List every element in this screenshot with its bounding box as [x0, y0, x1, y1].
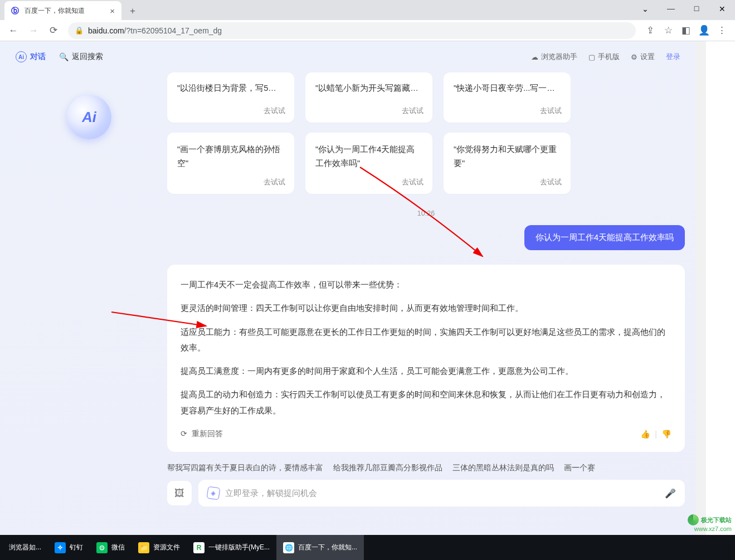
- ai-icon: Ai: [16, 51, 27, 62]
- forward-button: →: [25, 22, 42, 40]
- try-link[interactable]: 去试试: [264, 177, 285, 187]
- watermark: 极光下载站 www.xz7.com: [659, 513, 732, 533]
- user-message-row: 你认为一周工作4天能提高工作效率吗: [167, 225, 685, 250]
- suggestion-chip[interactable]: 给我推荐几部豆瓣高分影视作品: [333, 463, 442, 473]
- reply-paragraph: 一周工作4天不一定会提高工作效率，但可以带来一些优势：: [181, 277, 671, 293]
- baidu-favicon: ⓑ: [11, 6, 20, 15]
- upload-button[interactable]: 🖼: [167, 481, 192, 505]
- prompt-text: "画一个赛博朋克风格的孙悟空": [177, 143, 284, 170]
- maximize-button[interactable]: □: [684, 0, 709, 18]
- taskbar-item[interactable]: ⊙微信: [90, 535, 132, 560]
- try-link[interactable]: 去试试: [264, 106, 285, 116]
- reply-paragraph: 更灵活的时间管理：四天工作制可以让你更自由地安排时间，从而更有效地管理时间和工作…: [181, 300, 671, 316]
- close-window-button[interactable]: ✕: [709, 0, 735, 18]
- scrollbar-gutter[interactable]: [696, 41, 706, 535]
- microphone-icon[interactable]: 🎤: [665, 488, 676, 499]
- wechat-icon: ⊙: [96, 542, 108, 553]
- prompt-card[interactable]: "快递小哥日夜辛劳...写一篇感谢 去试试: [444, 72, 571, 123]
- browser-toolbar: ← → ⟳ 🔒 baidu.com/?tn=62095104_17_oem_dg…: [0, 20, 735, 41]
- try-link[interactable]: 去试试: [402, 106, 424, 116]
- reply-paragraph: 提高员工的动力和创造力：实行四天工作制可以使员工有更多的时间和空间来休息和恢复，…: [181, 387, 671, 418]
- reload-button[interactable]: ⟳: [45, 22, 62, 40]
- prompt-text: "以沿街楼日为背景，写5篇关于防晒霜的广告...: [177, 81, 284, 95]
- taskbar-item[interactable]: R一键排版助手(MyE...: [187, 535, 276, 560]
- app-icon: R: [193, 542, 205, 553]
- user-message-bubble: 你认为一周工作4天能提高工作效率吗: [524, 225, 685, 250]
- reply-paragraph: 提高员工满意度：一周内有更多的时间用于家庭和个人生活，员工可能会更满意工作，更愿…: [181, 363, 671, 379]
- prompt-row-1: "以沿街楼日为背景，写5篇关于防晒霜的广告... 去试试 "以蜡笔小新为开头写篇…: [167, 72, 685, 123]
- ai-avatar: Ai: [67, 95, 111, 139]
- nav-back-search[interactable]: 🔍 返回搜索: [59, 52, 103, 62]
- tab-title: 百度一下，你就知道: [25, 6, 85, 16]
- try-link[interactable]: 去试试: [402, 177, 424, 187]
- prompt-text: "快递小哥日夜辛劳...写一篇感谢: [454, 81, 561, 95]
- nav-back-search-label: 返回搜索: [72, 52, 103, 62]
- browser-tab[interactable]: ⓑ 百度一下，你就知道 ×: [4, 1, 121, 20]
- retry-label: 重新回答: [192, 427, 223, 441]
- dingtalk-icon: ✧: [55, 542, 66, 553]
- bookmark-icon[interactable]: ☆: [659, 22, 677, 40]
- refresh-icon: ⟳: [181, 427, 187, 441]
- share-icon[interactable]: ⇪: [641, 22, 659, 40]
- cloud-icon: ☁: [531, 53, 538, 61]
- folder-icon: 📁: [138, 542, 149, 553]
- site-header: Ai 对话 🔍 返回搜索 ☁浏览器助手 ▢手机版 ⚙设置 登录: [0, 41, 696, 72]
- windows-taskbar: 浏览器如... ✧钉钉 ⊙微信 📁资源文件 R一键排版助手(MyE... 🌐百度…: [0, 535, 735, 560]
- separator: |: [655, 426, 657, 442]
- input-placeholder: 立即登录，解锁提问机会: [225, 488, 317, 499]
- sidebar: Ai: [11, 72, 167, 535]
- chrome-icon: 🌐: [283, 542, 294, 553]
- prompt-card[interactable]: "以蜡笔小新为开头写篇藏头诗" 去试试: [305, 72, 432, 123]
- new-tab-button[interactable]: +: [125, 3, 140, 19]
- mobile-icon: ▢: [588, 53, 595, 61]
- nav-chat[interactable]: Ai 对话: [16, 51, 46, 62]
- back-button[interactable]: ←: [4, 22, 22, 40]
- reply-paragraph: 适应员工能力：有些员工可能更愿意在更长的工作日工作更短的时间，实施四天工作制可以…: [181, 324, 671, 356]
- taskbar-item[interactable]: 📁资源文件: [132, 535, 187, 560]
- nav-login[interactable]: 登录: [666, 52, 680, 62]
- address-bar[interactable]: 🔒 baidu.com/?tn=62095104_17_oem_dg: [68, 22, 636, 39]
- search-icon: 🔍: [59, 52, 69, 61]
- try-link[interactable]: 去试试: [540, 106, 562, 116]
- prompt-card[interactable]: "你认为一周工作4天能提高工作效率吗" 去试试: [305, 133, 432, 194]
- try-link[interactable]: 去试试: [540, 177, 562, 187]
- retry-button[interactable]: ⟳ 重新回答: [181, 427, 223, 441]
- page-content: Ai 对话 🔍 返回搜索 ☁浏览器助手 ▢手机版 ⚙设置 登录 Ai "以沿街楼…: [0, 41, 696, 535]
- dropdown-icon[interactable]: ⌄: [632, 0, 658, 18]
- lock-icon: 🔒: [75, 26, 84, 35]
- suggestion-chip[interactable]: 三体的黑暗丛林法则是真的吗: [452, 463, 554, 473]
- prompt-text: "以蜡笔小新为开头写篇藏头诗": [315, 81, 422, 95]
- tab-strip: ⓑ 百度一下，你就知道 × +: [0, 0, 735, 20]
- image-icon: 🖼: [174, 488, 184, 499]
- watermark-logo: [688, 514, 699, 525]
- chat-column: "以沿街楼日为背景，写5篇关于防晒霜的广告... 去试试 "以蜡笔小新为开头写篇…: [167, 72, 696, 535]
- prompt-text: "你认为一周工作4天能提高工作效率吗": [315, 143, 422, 170]
- gear-icon: ⚙: [631, 53, 637, 61]
- nav-browser-helper[interactable]: ☁浏览器助手: [531, 52, 577, 62]
- taskbar-item-active[interactable]: 🌐百度一下，你就知...: [276, 535, 364, 560]
- suggestion-chip[interactable]: 画一个赛: [564, 463, 595, 473]
- taskbar-item[interactable]: 浏览器如...: [2, 535, 48, 560]
- tab-close-icon[interactable]: ×: [110, 6, 115, 16]
- prompt-card[interactable]: "以沿街楼日为背景，写5篇关于防晒霜的广告... 去试试: [167, 72, 294, 123]
- suggestion-row: 帮我写四篇有关于夏日表白的诗，要情感丰富 给我推荐几部豆瓣高分影视作品 三体的黑…: [167, 463, 685, 473]
- prompt-row-2: "画一个赛博朋克风格的孙悟空" 去试试 "你认为一周工作4天能提高工作效率吗" …: [167, 133, 685, 194]
- timestamp: 10:26: [167, 210, 685, 217]
- chat-input[interactable]: ◈ 立即登录，解锁提问机会 🎤: [198, 480, 685, 507]
- thumbs-down-icon[interactable]: 👎: [661, 426, 671, 442]
- thumbs-up-icon[interactable]: 👍: [640, 426, 650, 442]
- sidepanel-icon[interactable]: ◧: [677, 22, 695, 40]
- nav-settings[interactable]: ⚙设置: [631, 52, 655, 62]
- prompt-card[interactable]: "你觉得努力和天赋哪个更重要" 去试试: [444, 133, 571, 194]
- nav-mobile[interactable]: ▢手机版: [588, 52, 620, 62]
- menu-icon[interactable]: ⋮: [713, 22, 731, 40]
- window-controls: ⌄ — □ ✕: [632, 0, 735, 18]
- url-path: /?tn=62095104_17_oem_dg: [124, 26, 222, 35]
- minimize-button[interactable]: —: [658, 0, 684, 18]
- url-domain: baidu.com: [88, 26, 124, 35]
- prompt-card[interactable]: "画一个赛博朋克风格的孙悟空" 去试试: [167, 133, 294, 194]
- suggestion-chip[interactable]: 帮我写四篇有关于夏日表白的诗，要情感丰富: [167, 463, 323, 473]
- taskbar-item[interactable]: ✧钉钉: [48, 535, 90, 560]
- nav-chat-label: 对话: [30, 52, 46, 62]
- profile-icon[interactable]: 👤: [695, 22, 713, 40]
